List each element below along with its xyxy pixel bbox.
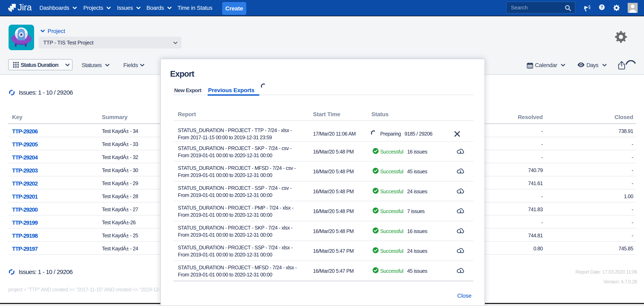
svg-text:?: ? bbox=[601, 5, 603, 9]
